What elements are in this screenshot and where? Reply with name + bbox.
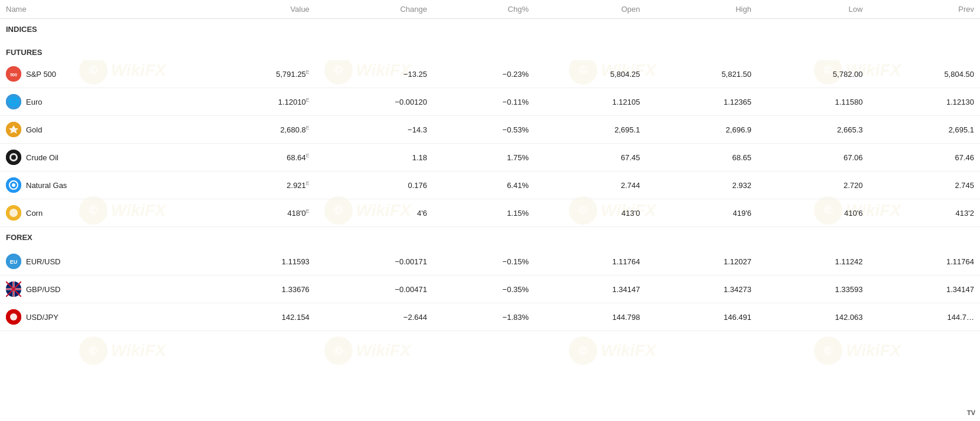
high-eurusd: 1.12027 xyxy=(646,248,757,276)
open-gbpusd: 1.34147 xyxy=(535,276,646,303)
value-euro: 1.12010E xyxy=(194,88,315,116)
open-gold: 2,695.1 xyxy=(535,116,646,144)
svg-point-13 xyxy=(9,209,18,217)
instrument-name-gold: Gold xyxy=(26,125,42,134)
svg-point-11 xyxy=(12,183,15,187)
futures-row-crudeoil[interactable]: Crude Oil 68.64E 1.18 1.75% 67.45 68.65 … xyxy=(0,144,980,171)
open-eurusd: 1.11764 xyxy=(535,248,646,276)
low-gbpusd: 1.33593 xyxy=(757,276,868,303)
low-euro: 1.11580 xyxy=(757,88,868,116)
instrument-name-naturalgas: Natural Gas xyxy=(26,181,67,190)
col-name: Name xyxy=(0,0,194,19)
value-crudeoil: 68.64E xyxy=(194,144,315,171)
col-high: High xyxy=(646,0,757,19)
forex-row-usdjpy[interactable]: USD/JPY 142.154 −2.644 −1.83% 144.798 14… xyxy=(0,303,980,331)
prev-usdjpy: 144.7… xyxy=(868,303,980,331)
prev-corn: 413'2 xyxy=(868,199,980,227)
low-sp500: 5,782.00 xyxy=(757,60,868,88)
name-cell-naturalgas: Natural Gas xyxy=(0,171,194,199)
instrument-name-gbpusd: GBP/USD xyxy=(26,285,61,294)
est-sp500: E xyxy=(306,69,310,75)
value-sp500: 5,791.25E xyxy=(194,60,315,88)
est-naturalgas: E xyxy=(306,180,310,186)
est-euro: E xyxy=(306,97,310,103)
icon-euro: 🌐 xyxy=(6,94,21,109)
open-naturalgas: 2.744 xyxy=(535,171,646,199)
instrument-name-sp500: S&P 500 xyxy=(26,70,56,79)
chgpct-gbpusd: −0.35% xyxy=(433,276,535,303)
high-naturalgas: 2.932 xyxy=(646,171,757,199)
high-usdjpy: 146.491 xyxy=(646,303,757,331)
name-cell-euro: 🌐 Euro xyxy=(0,88,194,116)
futures-row-corn[interactable]: Corn 418'0E 4'6 1.15% 413'0 419'6 410'6 … xyxy=(0,199,980,227)
chgpct-crudeoil: 1.75% xyxy=(433,144,535,171)
futures-row-gold[interactable]: Gold 2,680.8E −14.3 −0.53% 2,695.1 2,696… xyxy=(0,116,980,144)
section-forex: FOREX xyxy=(0,227,980,246)
section-indices-label: INDICES xyxy=(0,19,980,38)
col-chgpct: Chg% xyxy=(433,0,535,19)
value-gbpusd: 1.33676 xyxy=(194,276,315,303)
est-gold: E xyxy=(306,125,310,131)
col-open: Open xyxy=(535,0,646,19)
name-cell-eurusd: EU EUR/USD xyxy=(0,248,194,276)
svg-text:🌐: 🌐 xyxy=(8,96,19,107)
chgpct-eurusd: −0.15% xyxy=(433,248,535,276)
column-headers: Name Value Change Chg% Open High Low Pre… xyxy=(0,0,980,19)
futures-row-sp500[interactable]: 500 S&P 500 5,791.25E −13.25 −0.23% 5,80… xyxy=(0,60,980,88)
prev-eurusd: 1.11764 xyxy=(868,248,980,276)
low-eurusd: 1.11242 xyxy=(757,248,868,276)
col-low: Low xyxy=(757,0,868,19)
futures-row-naturalgas[interactable]: Natural Gas 2.921E 0.176 6.41% 2.744 2.9… xyxy=(0,171,980,199)
futures-row-euro[interactable]: 🌐 Euro 1.12010E −0.00120 −0.11% 1.12105 … xyxy=(0,88,980,116)
change-eurusd: −0.00171 xyxy=(315,248,433,276)
svg-point-24 xyxy=(10,313,17,320)
icon-sp500: 500 xyxy=(6,66,21,82)
high-crudeoil: 68.65 xyxy=(646,144,757,171)
open-corn: 413'0 xyxy=(535,199,646,227)
col-prev: Prev xyxy=(868,0,980,19)
est-corn: E xyxy=(306,208,310,214)
chgpct-usdjpy: −1.83% xyxy=(433,303,535,331)
market-data-table: Name Value Change Chg% Open High Low Pre… xyxy=(0,0,980,331)
change-naturalgas: 0.176 xyxy=(315,171,433,199)
change-crudeoil: 1.18 xyxy=(315,144,433,171)
chgpct-euro: −0.11% xyxy=(433,88,535,116)
icon-corn xyxy=(6,205,21,221)
low-naturalgas: 2.720 xyxy=(757,171,868,199)
open-sp500: 5,804.25 xyxy=(535,60,646,88)
low-usdjpy: 142.063 xyxy=(757,303,868,331)
change-corn: 4'6 xyxy=(315,199,433,227)
value-corn: 418'0E xyxy=(194,199,315,227)
low-gold: 2,665.3 xyxy=(757,116,868,144)
instrument-name-usdjpy: USD/JPY xyxy=(26,313,58,322)
svg-point-8 xyxy=(11,155,16,160)
icon-naturalgas xyxy=(6,177,21,193)
forex-row-eurusd[interactable]: EU EUR/USD 1.11593 −0.00171 −0.15% 1.117… xyxy=(0,248,980,276)
icon-usdjpy xyxy=(6,309,21,325)
instrument-name-eurusd: EUR/USD xyxy=(26,257,61,266)
icon-gbpusd xyxy=(6,281,21,297)
open-usdjpy: 144.798 xyxy=(535,303,646,331)
prev-gbpusd: 1.34147 xyxy=(868,276,980,303)
change-gold: −14.3 xyxy=(315,116,433,144)
section-futures-label: FUTURES xyxy=(0,42,980,60)
value-naturalgas: 2.921E xyxy=(194,171,315,199)
chgpct-naturalgas: 6.41% xyxy=(433,171,535,199)
value-eurusd: 1.11593 xyxy=(194,248,315,276)
change-euro: −0.00120 xyxy=(315,88,433,116)
prev-crudeoil: 67.46 xyxy=(868,144,980,171)
high-euro: 1.12365 xyxy=(646,88,757,116)
est-crudeoil: E xyxy=(306,153,310,158)
change-sp500: −13.25 xyxy=(315,60,433,88)
svg-text:500: 500 xyxy=(10,73,17,77)
section-indices: INDICES xyxy=(0,19,980,38)
value-usdjpy: 142.154 xyxy=(194,303,315,331)
svg-text:EU: EU xyxy=(10,259,18,265)
high-gbpusd: 1.34273 xyxy=(646,276,757,303)
forex-row-gbpusd[interactable]: GBP/USD 1.33676 −0.00471 −0.35% 1.34147 … xyxy=(0,276,980,303)
icon-gold xyxy=(6,122,21,137)
open-crudeoil: 67.45 xyxy=(535,144,646,171)
prev-sp500: 5,804.50 xyxy=(868,60,980,88)
low-corn: 410'6 xyxy=(757,199,868,227)
prev-gold: 2,695.1 xyxy=(868,116,980,144)
